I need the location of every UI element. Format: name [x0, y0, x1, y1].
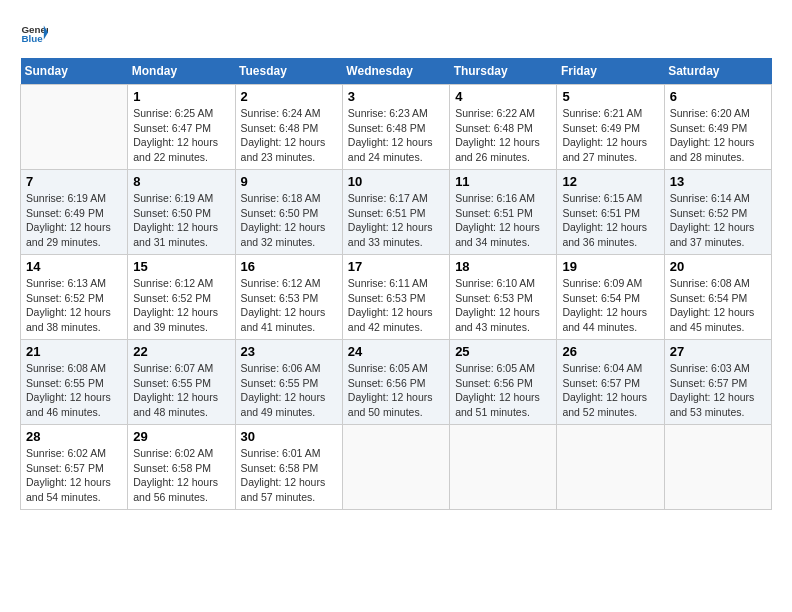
calendar-cell — [342, 425, 449, 510]
day-info: Sunrise: 6:23 AMSunset: 6:48 PMDaylight:… — [348, 106, 444, 165]
weekday-header-saturday: Saturday — [664, 58, 771, 85]
generalblue-logo-icon: General Blue — [20, 20, 48, 48]
day-info: Sunrise: 6:16 AMSunset: 6:51 PMDaylight:… — [455, 191, 551, 250]
weekday-header-monday: Monday — [128, 58, 235, 85]
calendar-cell: 10Sunrise: 6:17 AMSunset: 6:51 PMDayligh… — [342, 170, 449, 255]
page-header: General Blue — [20, 20, 772, 48]
day-info: Sunrise: 6:10 AMSunset: 6:53 PMDaylight:… — [455, 276, 551, 335]
calendar-cell: 15Sunrise: 6:12 AMSunset: 6:52 PMDayligh… — [128, 255, 235, 340]
calendar-cell: 29Sunrise: 6:02 AMSunset: 6:58 PMDayligh… — [128, 425, 235, 510]
day-info: Sunrise: 6:02 AMSunset: 6:57 PMDaylight:… — [26, 446, 122, 505]
day-number: 6 — [670, 89, 766, 104]
day-info: Sunrise: 6:22 AMSunset: 6:48 PMDaylight:… — [455, 106, 551, 165]
calendar-cell: 7Sunrise: 6:19 AMSunset: 6:49 PMDaylight… — [21, 170, 128, 255]
day-number: 5 — [562, 89, 658, 104]
calendar-cell: 20Sunrise: 6:08 AMSunset: 6:54 PMDayligh… — [664, 255, 771, 340]
calendar-cell: 22Sunrise: 6:07 AMSunset: 6:55 PMDayligh… — [128, 340, 235, 425]
calendar-cell: 5Sunrise: 6:21 AMSunset: 6:49 PMDaylight… — [557, 85, 664, 170]
day-info: Sunrise: 6:01 AMSunset: 6:58 PMDaylight:… — [241, 446, 337, 505]
weekday-header-wednesday: Wednesday — [342, 58, 449, 85]
calendar-cell: 8Sunrise: 6:19 AMSunset: 6:50 PMDaylight… — [128, 170, 235, 255]
day-info: Sunrise: 6:05 AMSunset: 6:56 PMDaylight:… — [455, 361, 551, 420]
calendar-cell: 26Sunrise: 6:04 AMSunset: 6:57 PMDayligh… — [557, 340, 664, 425]
day-info: Sunrise: 6:19 AMSunset: 6:50 PMDaylight:… — [133, 191, 229, 250]
weekday-header-friday: Friday — [557, 58, 664, 85]
day-number: 17 — [348, 259, 444, 274]
day-number: 8 — [133, 174, 229, 189]
calendar-cell: 25Sunrise: 6:05 AMSunset: 6:56 PMDayligh… — [450, 340, 557, 425]
day-info: Sunrise: 6:08 AMSunset: 6:55 PMDaylight:… — [26, 361, 122, 420]
day-info: Sunrise: 6:19 AMSunset: 6:49 PMDaylight:… — [26, 191, 122, 250]
day-info: Sunrise: 6:17 AMSunset: 6:51 PMDaylight:… — [348, 191, 444, 250]
day-info: Sunrise: 6:21 AMSunset: 6:49 PMDaylight:… — [562, 106, 658, 165]
day-number: 16 — [241, 259, 337, 274]
calendar-cell: 11Sunrise: 6:16 AMSunset: 6:51 PMDayligh… — [450, 170, 557, 255]
day-number: 21 — [26, 344, 122, 359]
day-number: 4 — [455, 89, 551, 104]
calendar-cell: 13Sunrise: 6:14 AMSunset: 6:52 PMDayligh… — [664, 170, 771, 255]
day-info: Sunrise: 6:07 AMSunset: 6:55 PMDaylight:… — [133, 361, 229, 420]
day-number: 19 — [562, 259, 658, 274]
day-info: Sunrise: 6:06 AMSunset: 6:55 PMDaylight:… — [241, 361, 337, 420]
calendar-cell: 12Sunrise: 6:15 AMSunset: 6:51 PMDayligh… — [557, 170, 664, 255]
day-info: Sunrise: 6:15 AMSunset: 6:51 PMDaylight:… — [562, 191, 658, 250]
weekday-header-thursday: Thursday — [450, 58, 557, 85]
day-number: 11 — [455, 174, 551, 189]
day-info: Sunrise: 6:14 AMSunset: 6:52 PMDaylight:… — [670, 191, 766, 250]
day-number: 18 — [455, 259, 551, 274]
calendar-cell: 14Sunrise: 6:13 AMSunset: 6:52 PMDayligh… — [21, 255, 128, 340]
day-number: 22 — [133, 344, 229, 359]
calendar-cell: 16Sunrise: 6:12 AMSunset: 6:53 PMDayligh… — [235, 255, 342, 340]
day-info: Sunrise: 6:02 AMSunset: 6:58 PMDaylight:… — [133, 446, 229, 505]
calendar-table: SundayMondayTuesdayWednesdayThursdayFrid… — [20, 58, 772, 510]
day-number: 20 — [670, 259, 766, 274]
calendar-cell: 18Sunrise: 6:10 AMSunset: 6:53 PMDayligh… — [450, 255, 557, 340]
calendar-cell: 21Sunrise: 6:08 AMSunset: 6:55 PMDayligh… — [21, 340, 128, 425]
weekday-header-sunday: Sunday — [21, 58, 128, 85]
day-info: Sunrise: 6:12 AMSunset: 6:53 PMDaylight:… — [241, 276, 337, 335]
week-row-5: 28Sunrise: 6:02 AMSunset: 6:57 PMDayligh… — [21, 425, 772, 510]
day-info: Sunrise: 6:03 AMSunset: 6:57 PMDaylight:… — [670, 361, 766, 420]
week-row-2: 7Sunrise: 6:19 AMSunset: 6:49 PMDaylight… — [21, 170, 772, 255]
week-row-3: 14Sunrise: 6:13 AMSunset: 6:52 PMDayligh… — [21, 255, 772, 340]
day-info: Sunrise: 6:11 AMSunset: 6:53 PMDaylight:… — [348, 276, 444, 335]
calendar-cell: 3Sunrise: 6:23 AMSunset: 6:48 PMDaylight… — [342, 85, 449, 170]
day-number: 2 — [241, 89, 337, 104]
calendar-cell — [450, 425, 557, 510]
day-number: 1 — [133, 89, 229, 104]
day-number: 15 — [133, 259, 229, 274]
day-number: 25 — [455, 344, 551, 359]
calendar-cell: 28Sunrise: 6:02 AMSunset: 6:57 PMDayligh… — [21, 425, 128, 510]
calendar-cell: 19Sunrise: 6:09 AMSunset: 6:54 PMDayligh… — [557, 255, 664, 340]
calendar-cell: 17Sunrise: 6:11 AMSunset: 6:53 PMDayligh… — [342, 255, 449, 340]
day-info: Sunrise: 6:13 AMSunset: 6:52 PMDaylight:… — [26, 276, 122, 335]
logo: General Blue — [20, 20, 48, 48]
day-info: Sunrise: 6:20 AMSunset: 6:49 PMDaylight:… — [670, 106, 766, 165]
svg-text:Blue: Blue — [21, 33, 43, 44]
calendar-cell: 27Sunrise: 6:03 AMSunset: 6:57 PMDayligh… — [664, 340, 771, 425]
calendar-cell — [21, 85, 128, 170]
day-info: Sunrise: 6:04 AMSunset: 6:57 PMDaylight:… — [562, 361, 658, 420]
day-number: 29 — [133, 429, 229, 444]
calendar-cell: 24Sunrise: 6:05 AMSunset: 6:56 PMDayligh… — [342, 340, 449, 425]
day-number: 27 — [670, 344, 766, 359]
calendar-cell: 9Sunrise: 6:18 AMSunset: 6:50 PMDaylight… — [235, 170, 342, 255]
calendar-cell: 6Sunrise: 6:20 AMSunset: 6:49 PMDaylight… — [664, 85, 771, 170]
weekday-header-tuesday: Tuesday — [235, 58, 342, 85]
day-number: 7 — [26, 174, 122, 189]
day-info: Sunrise: 6:25 AMSunset: 6:47 PMDaylight:… — [133, 106, 229, 165]
calendar-cell — [557, 425, 664, 510]
day-number: 10 — [348, 174, 444, 189]
day-info: Sunrise: 6:18 AMSunset: 6:50 PMDaylight:… — [241, 191, 337, 250]
day-number: 3 — [348, 89, 444, 104]
calendar-cell: 2Sunrise: 6:24 AMSunset: 6:48 PMDaylight… — [235, 85, 342, 170]
day-number: 13 — [670, 174, 766, 189]
day-info: Sunrise: 6:05 AMSunset: 6:56 PMDaylight:… — [348, 361, 444, 420]
week-row-1: 1Sunrise: 6:25 AMSunset: 6:47 PMDaylight… — [21, 85, 772, 170]
day-info: Sunrise: 6:09 AMSunset: 6:54 PMDaylight:… — [562, 276, 658, 335]
calendar-cell: 30Sunrise: 6:01 AMSunset: 6:58 PMDayligh… — [235, 425, 342, 510]
day-number: 28 — [26, 429, 122, 444]
day-info: Sunrise: 6:24 AMSunset: 6:48 PMDaylight:… — [241, 106, 337, 165]
week-row-4: 21Sunrise: 6:08 AMSunset: 6:55 PMDayligh… — [21, 340, 772, 425]
calendar-cell: 1Sunrise: 6:25 AMSunset: 6:47 PMDaylight… — [128, 85, 235, 170]
